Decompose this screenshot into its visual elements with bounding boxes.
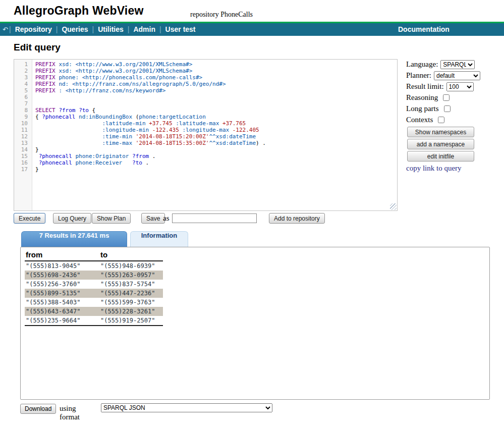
code-line: PREFIX phone: <http://phonecalls.com/pho… bbox=[35, 74, 397, 81]
table-row: "(555)643-6347""(555)228-3261" bbox=[25, 307, 163, 316]
code-line bbox=[35, 94, 397, 100]
planner-label: Planner: bbox=[406, 71, 431, 80]
table-row: "(555)813-9045""(555)948-6939" bbox=[25, 261, 163, 271]
line-number: 14 bbox=[14, 146, 32, 153]
table-row: "(555)256-3760""(555)837-5754" bbox=[25, 280, 163, 289]
table-cell: "(555)837-5754" bbox=[99, 280, 163, 289]
line-number: 9 bbox=[14, 114, 32, 120]
tab-results[interactable]: 7 Results in 27.641 ms bbox=[21, 231, 127, 247]
language-select[interactable]: SPARQL bbox=[440, 60, 475, 69]
result-limit-label: Result limit: bbox=[406, 82, 444, 91]
table-cell: "(555)643-6347" bbox=[25, 307, 99, 316]
code-line: } bbox=[35, 146, 397, 153]
line-number: 7 bbox=[14, 100, 32, 107]
nav-item-user-test[interactable]: User test bbox=[161, 25, 200, 33]
table-cell: "(555)447-2236" bbox=[99, 289, 163, 298]
download-button[interactable]: Download bbox=[20, 404, 56, 414]
format-select[interactable]: SPARQL JSON bbox=[101, 403, 272, 412]
save-name-input[interactable] bbox=[172, 213, 257, 223]
line-number: 17 bbox=[14, 166, 32, 173]
add-namespace-button[interactable]: add a namespace bbox=[407, 139, 474, 149]
table-cell: "(555)256-3760" bbox=[25, 280, 99, 289]
nav-item-admin[interactable]: Admin bbox=[129, 25, 159, 33]
code-line: PREFIX : <http://franz.com/ns/keyword#> bbox=[35, 87, 397, 94]
table-cell: "(555)919-2507" bbox=[99, 316, 163, 326]
result-limit-select[interactable]: 100 bbox=[446, 82, 474, 91]
nav-item-documentation[interactable]: Documentation bbox=[398, 23, 450, 36]
save-button[interactable]: Save bbox=[141, 213, 165, 224]
line-number: 8 bbox=[14, 107, 32, 114]
save-as-label: as bbox=[163, 214, 170, 223]
table-cell: "(555)228-3261" bbox=[99, 307, 163, 316]
back-arrow-icon[interactable]: ↶ bbox=[3, 23, 8, 36]
page-title: Edit query bbox=[14, 42, 61, 53]
reasoning-label: Reasoning bbox=[406, 93, 438, 102]
table-cell: "(555)813-9045" bbox=[25, 261, 99, 271]
long-parts-checkbox[interactable] bbox=[444, 105, 451, 112]
reasoning-row: Reasoning bbox=[406, 92, 494, 103]
line-number: 2 bbox=[14, 68, 32, 74]
code-line: :time-max '2014-08-18T15:35:00Z'^^xsd:da… bbox=[35, 140, 397, 146]
table-row: "(555)698-2436""(555)263-0957" bbox=[25, 271, 163, 280]
column-header-from: from bbox=[25, 250, 99, 261]
table-cell: "(555)388-5403" bbox=[25, 298, 99, 307]
line-number: 12 bbox=[14, 133, 32, 140]
line-number: 11 bbox=[14, 127, 32, 133]
code-line: :time-min '2014-08-18T15:20:00Z'^^xsd:da… bbox=[35, 133, 397, 140]
line-number: 15 bbox=[14, 153, 32, 159]
table-row: "(555)235-9664""(555)919-2507" bbox=[25, 316, 163, 326]
line-number: 5 bbox=[14, 87, 32, 94]
contexts-label: Contexts bbox=[406, 116, 433, 124]
code-line: ?phonecall phone:Receiver ?to . bbox=[35, 159, 397, 166]
table-cell: "(555)899-5135" bbox=[25, 289, 99, 298]
line-number: 3 bbox=[14, 74, 32, 81]
query-editor[interactable]: 1234567891011121314151617 PREFIX xsd: <h… bbox=[14, 59, 398, 211]
execute-button[interactable]: Execute bbox=[14, 213, 45, 224]
line-number: 6 bbox=[14, 94, 32, 100]
editor-code-area[interactable]: PREFIX xsd: <http://www.w3.org/2001/XMLS… bbox=[33, 60, 397, 210]
code-line: SELECT ?from ?to { bbox=[35, 107, 397, 114]
language-row: Language: SPARQL bbox=[406, 59, 494, 70]
line-number: 16 bbox=[14, 159, 32, 166]
contexts-checkbox[interactable] bbox=[438, 117, 444, 123]
column-header-to: to bbox=[99, 250, 163, 261]
nav-item-utilities[interactable]: Utilities bbox=[94, 25, 128, 33]
planner-row: Planner: default bbox=[406, 70, 494, 81]
results-panel: fromto "(555)813-9045""(555)948-6939""(5… bbox=[20, 247, 490, 400]
line-number: 10 bbox=[14, 120, 32, 127]
copy-link-to-query[interactable]: copy link to query bbox=[406, 164, 494, 173]
query-options-panel: Language: SPARQL Planner: default Result… bbox=[406, 59, 494, 173]
table-cell: "(555)698-2436" bbox=[25, 271, 99, 280]
long-parts-row: Long parts bbox=[406, 103, 494, 114]
table-cell: "(555)235-9664" bbox=[25, 316, 99, 326]
reasoning-checkbox[interactable] bbox=[443, 94, 450, 101]
planner-select[interactable]: default bbox=[434, 71, 480, 80]
log-query-button[interactable]: Log Query bbox=[53, 213, 91, 224]
line-number: 4 bbox=[14, 81, 32, 87]
line-number: 1 bbox=[14, 61, 32, 68]
table-row: "(555)388-5403""(555)599-3763" bbox=[25, 298, 163, 307]
nav-item-repository[interactable]: Repository bbox=[11, 25, 56, 33]
code-line: :longitude-min -122.435 :longitude-max -… bbox=[35, 127, 397, 133]
format-label: using format bbox=[60, 404, 80, 421]
long-parts-label: Long parts bbox=[406, 104, 439, 113]
show-plan-button[interactable]: Show Plan bbox=[92, 213, 131, 224]
add-to-repository-button[interactable]: Add to repository bbox=[269, 213, 325, 224]
code-line: PREFIX nd: <http://franz.com/ns/allegrog… bbox=[35, 81, 397, 87]
nav-item-queries[interactable]: Queries bbox=[58, 25, 92, 33]
query-toolbar: Execute Log Query Show Plan Save as Add … bbox=[14, 212, 493, 226]
show-namespaces-button[interactable]: Show namespaces bbox=[407, 127, 474, 137]
code-line bbox=[35, 100, 397, 107]
code-line: { ?phonecall nd:inBoundingBox (phone:tar… bbox=[35, 114, 397, 120]
contexts-row: Contexts bbox=[406, 115, 494, 125]
resize-handle[interactable] bbox=[390, 203, 397, 210]
edit-initfile-button[interactable]: edit initfile bbox=[407, 151, 474, 162]
repository-label: repository PhoneCalls bbox=[190, 11, 253, 19]
table-cell: "(555)948-6939" bbox=[99, 261, 163, 271]
code-line: PREFIX xsd: <http://www.w3.org/2001/XMLS… bbox=[35, 68, 397, 74]
table-header-row: fromto bbox=[25, 250, 163, 261]
language-label: Language: bbox=[406, 60, 438, 69]
nav-items: |Repository|Queries|Utilities|Admin|User… bbox=[9, 23, 200, 36]
table-cell: "(555)599-3763" bbox=[99, 298, 163, 307]
tab-information[interactable]: Information bbox=[130, 231, 188, 247]
